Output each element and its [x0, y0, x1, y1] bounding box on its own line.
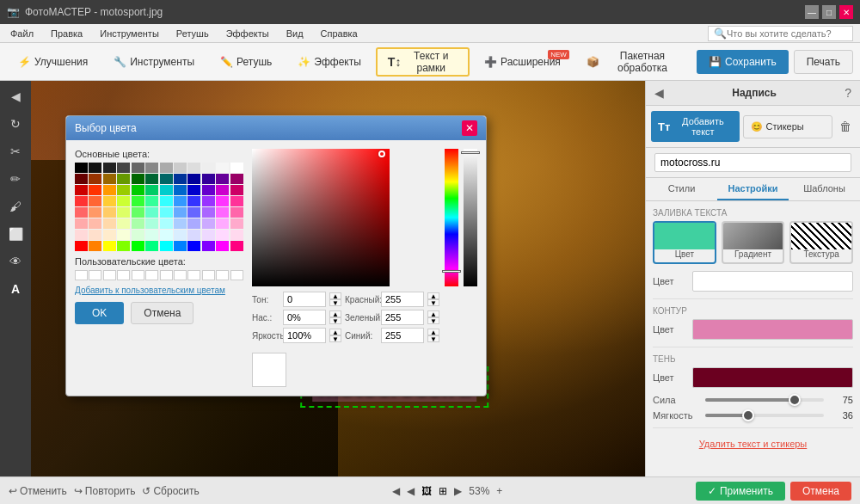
swatch-cell[interactable] [202, 185, 215, 195]
swatch-cell[interactable] [89, 163, 101, 173]
custom-cell[interactable] [174, 270, 187, 280]
stickers-button[interactable]: 😊 Стикеры [743, 115, 833, 138]
red-input[interactable] [381, 292, 424, 307]
menu-view[interactable]: Вид [283, 27, 307, 40]
swatch-cell[interactable] [216, 241, 229, 251]
custom-cell[interactable] [216, 270, 229, 280]
swatch-cell[interactable] [75, 218, 88, 229]
swatch-cell[interactable] [103, 185, 116, 195]
swatch-cell[interactable] [75, 230, 88, 240]
batch-process-button[interactable]: 📦 Пакетная обработка [575, 47, 693, 77]
swatch-cell[interactable] [89, 230, 101, 240]
swatch-cell[interactable] [132, 241, 144, 251]
custom-cell[interactable] [132, 270, 144, 280]
menu-edit[interactable]: Правка [47, 27, 86, 40]
swatch-cell[interactable] [187, 185, 200, 195]
dialog-close-button[interactable]: ✕ [462, 120, 477, 136]
brightness-bar[interactable] [464, 149, 477, 286]
swatch-cell[interactable] [89, 196, 101, 206]
swatch-cell[interactable] [160, 207, 173, 218]
swatch-cell[interactable] [117, 174, 130, 184]
brightness-down[interactable]: ▼ [329, 335, 341, 342]
swatch-cell[interactable] [230, 196, 243, 206]
red-down[interactable]: ▼ [427, 299, 439, 306]
custom-cell[interactable] [202, 270, 215, 280]
text-frames-button[interactable]: T↕ Текст и рамки [376, 47, 470, 77]
swatch-cell[interactable] [132, 174, 144, 184]
swatch-cell[interactable] [89, 218, 101, 229]
blue-down[interactable]: ▼ [427, 335, 439, 342]
swatch-cell[interactable] [103, 163, 116, 173]
custom-cell[interactable] [230, 270, 243, 280]
color-square[interactable] [252, 149, 390, 286]
swatch-cell[interactable] [160, 174, 173, 184]
menu-instruments[interactable]: Инструменты [96, 27, 163, 40]
swatch-cell[interactable] [187, 218, 200, 229]
swatch-cell[interactable] [174, 207, 187, 218]
print-button[interactable]: Печать [794, 50, 853, 74]
retouch-button[interactable]: ✏️ Ретушь [209, 47, 283, 77]
tone-input[interactable] [283, 292, 326, 307]
tab-templates[interactable]: Шаблоны [789, 178, 860, 200]
swatch-cell[interactable] [174, 218, 187, 229]
contour-color-swatch[interactable] [692, 319, 853, 340]
shadow-color-swatch[interactable] [692, 367, 853, 388]
tone-down[interactable]: ▼ [329, 299, 341, 306]
trash-button[interactable]: 🗑 [836, 116, 855, 137]
swatch-cell[interactable] [187, 174, 200, 184]
swatch-cell[interactable] [103, 207, 116, 218]
swatch-cell[interactable] [89, 241, 101, 251]
swatch-cell[interactable] [202, 174, 215, 184]
tool-arrow-left[interactable]: ◀ [3, 84, 28, 108]
swatch-cell[interactable] [117, 241, 130, 251]
text-field[interactable] [654, 153, 851, 172]
swatch-cell[interactable] [202, 218, 215, 229]
swatch-cell[interactable] [160, 185, 173, 195]
custom-cell[interactable] [160, 270, 173, 280]
swatch-cell[interactable] [202, 196, 215, 206]
swatch-cell[interactable] [160, 196, 173, 206]
swatch-cell[interactable] [160, 230, 173, 240]
swatch-cell[interactable] [202, 230, 215, 240]
swatch-cell[interactable] [145, 230, 158, 240]
swatch-cell[interactable] [132, 218, 144, 229]
swatch-cell[interactable] [230, 241, 243, 251]
swatch-cell[interactable] [103, 174, 116, 184]
force-thumb[interactable] [789, 394, 801, 406]
swatch-cell[interactable] [75, 207, 88, 218]
menu-file[interactable]: Файл [7, 27, 37, 40]
zoom-plus-button[interactable]: + [496, 485, 502, 497]
swatch-cell[interactable] [103, 196, 116, 206]
swatch-cell[interactable] [145, 163, 158, 173]
swatch-cell[interactable] [202, 207, 215, 218]
custom-cell[interactable] [89, 270, 101, 280]
swatch-cell[interactable] [216, 230, 229, 240]
tool-eraser[interactable]: ⬜ [3, 222, 28, 246]
extensions-button[interactable]: ➕ Расширения NEW [473, 47, 572, 77]
nav-right-arrow[interactable]: ? [845, 86, 851, 100]
save-button[interactable]: 💾 Сохранить [697, 50, 789, 74]
swatch-cell[interactable] [117, 230, 130, 240]
delete-text-link[interactable]: Удалить текст и стикеры [653, 435, 853, 452]
swatch-cell[interactable] [75, 196, 88, 206]
add-text-button[interactable]: Тт Добавить текст [651, 111, 740, 142]
fill-type-gradient[interactable]: Градиент [722, 221, 785, 264]
swatch-cell[interactable] [216, 163, 229, 173]
tab-settings[interactable]: Настройки [717, 178, 789, 200]
swatch-cell[interactable] [216, 174, 229, 184]
swatch-cell[interactable] [89, 185, 101, 195]
menu-effects[interactable]: Эффекты [223, 27, 273, 40]
swatch-cell[interactable] [132, 207, 144, 218]
custom-cell[interactable] [103, 270, 116, 280]
swatch-cell[interactable] [216, 207, 229, 218]
green-down[interactable]: ▼ [427, 317, 439, 324]
cancel-dialog-button[interactable]: Отмена [131, 302, 194, 324]
swatch-cell[interactable] [103, 218, 116, 229]
swatch-cell[interactable] [216, 196, 229, 206]
tool-eye[interactable]: 👁 [3, 249, 28, 274]
ok-button[interactable]: OK [75, 302, 124, 324]
swatch-cell[interactable] [132, 163, 144, 173]
effects-button[interactable]: ✨ Эффекты [286, 47, 372, 77]
swatch-cell[interactable] [89, 207, 101, 218]
swatch-cell[interactable] [187, 207, 200, 218]
